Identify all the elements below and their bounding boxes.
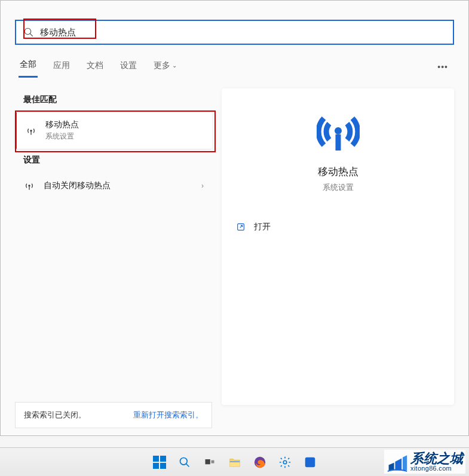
watermark: 系统之城 xitong86.com <box>384 450 465 474</box>
svg-point-9 <box>180 457 187 465</box>
svg-line-10 <box>186 463 189 466</box>
svg-line-1 <box>30 33 33 36</box>
watermark-logo <box>387 451 408 472</box>
watermark-title: 系统之城 <box>410 452 463 465</box>
start-button[interactable] <box>149 452 170 473</box>
preview-subtitle: 系统设置 <box>323 182 354 193</box>
firefox[interactable] <box>249 452 271 473</box>
result-title: 自动关闭移动热点 <box>44 180 111 191</box>
index-status-bar: 搜索索引已关闭。 重新打开搜索索引。 <box>15 402 212 428</box>
tab-settings[interactable]: 设置 <box>119 57 138 77</box>
svg-point-16 <box>283 460 287 464</box>
chevron-down-icon: ⌄ <box>172 62 177 69</box>
hotspot-icon <box>23 180 35 192</box>
svg-rect-11 <box>205 459 210 464</box>
svg-point-4 <box>28 185 30 186</box>
result-text: 移动热点 系统设置 <box>45 119 79 142</box>
watermark-url: xitong86.com <box>410 465 463 472</box>
results-panel: 最佳匹配 移动热点 系统设置 设置 <box>15 88 212 405</box>
preview-title: 移动热点 <box>318 165 358 179</box>
open-external-icon <box>236 222 246 232</box>
chevron-right-icon: › <box>201 182 204 190</box>
section-best-match: 最佳匹配 <box>15 88 212 112</box>
result-auto-off-hotspot[interactable]: 自动关闭移动热点 › <box>15 173 212 199</box>
tab-more-label: 更多 <box>154 60 170 71</box>
result-text: 自动关闭移动热点 <box>44 180 111 191</box>
result-title: 移动热点 <box>45 119 79 130</box>
hotspot-icon-large <box>317 111 360 156</box>
result-mobile-hotspot[interactable]: 移动热点 系统设置 <box>15 112 212 149</box>
result-subtitle: 系统设置 <box>45 131 79 142</box>
search-window: 全部 应用 文档 设置 更多 ⌄ ••• 最佳匹配 <box>0 0 469 436</box>
svg-rect-17 <box>305 457 315 467</box>
svg-point-2 <box>30 130 32 131</box>
search-bar[interactable] <box>15 20 454 45</box>
windows-icon <box>153 456 166 469</box>
tab-documents[interactable]: 文档 <box>85 57 105 77</box>
hotspot-icon <box>25 125 37 137</box>
index-status-text: 搜索索引已关闭。 <box>24 410 86 420</box>
tab-more[interactable]: 更多 ⌄ <box>152 57 178 77</box>
taskbar-search[interactable] <box>174 452 195 473</box>
svg-rect-14 <box>229 461 240 462</box>
preview-panel: 移动热点 系统设置 打开 <box>222 88 454 405</box>
search-icon <box>23 27 34 38</box>
overflow-menu-icon[interactable]: ••• <box>435 60 450 74</box>
app-blue[interactable] <box>299 452 321 473</box>
task-view[interactable] <box>199 452 220 473</box>
settings-app[interactable] <box>274 452 296 473</box>
section-settings: 设置 <box>15 149 212 173</box>
tab-apps[interactable]: 应用 <box>52 57 71 77</box>
svg-rect-12 <box>211 460 214 463</box>
open-label: 打开 <box>254 222 271 232</box>
svg-point-6 <box>335 127 342 134</box>
open-action[interactable]: 打开 <box>235 217 441 237</box>
search-input[interactable] <box>40 27 446 38</box>
file-explorer[interactable] <box>224 452 246 473</box>
svg-point-0 <box>24 28 31 35</box>
tabs-row: 全部 应用 文档 设置 更多 ⌄ ••• <box>1 51 468 78</box>
preview-actions: 打开 <box>235 217 441 237</box>
content-area: 最佳匹配 移动热点 系统设置 设置 <box>1 78 468 405</box>
reopen-index-link[interactable]: 重新打开搜索索引。 <box>133 410 203 420</box>
tab-all[interactable]: 全部 <box>19 56 38 78</box>
